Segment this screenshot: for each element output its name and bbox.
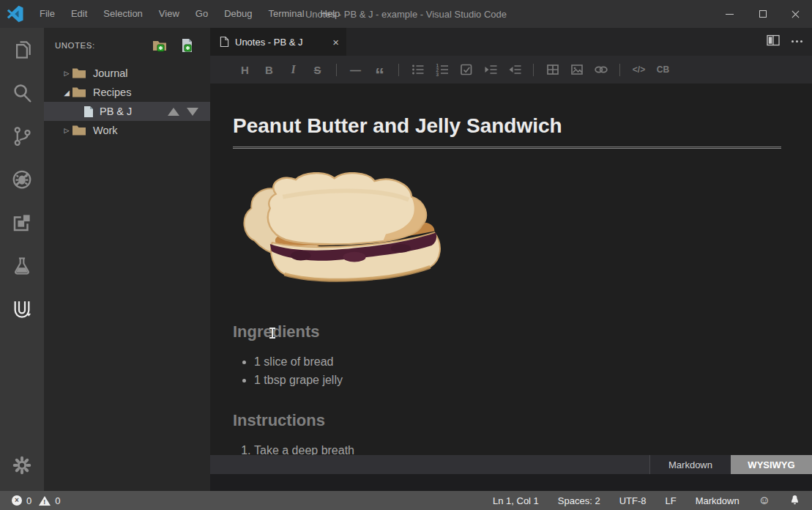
toolbar-italic-button[interactable]: I bbox=[285, 60, 302, 79]
gear-icon bbox=[12, 455, 32, 476]
menu-item-debug[interactable]: Debug bbox=[216, 0, 260, 28]
activity-item-debug[interactable] bbox=[0, 158, 44, 201]
menubar: File Edit Selection View Go Debug Termin… bbox=[31, 0, 348, 28]
tree-item-label: PB & J bbox=[100, 106, 132, 117]
new-note-icon bbox=[179, 37, 195, 53]
tree-item-journal[interactable]: ▷ Journal bbox=[44, 64, 210, 83]
activity-item-search[interactable] bbox=[0, 71, 44, 114]
source-control-icon bbox=[11, 125, 33, 147]
ordered-list-icon: 1 2 3 bbox=[436, 63, 449, 76]
warning-count: 0 bbox=[55, 495, 60, 506]
tree-item-work[interactable]: ▷ Work bbox=[44, 121, 210, 140]
ingredients-list: 1 slice of bread 1 tbsp grape jelly bbox=[233, 353, 781, 389]
toolbar-image-button[interactable] bbox=[568, 60, 586, 79]
menu-item-go[interactable]: Go bbox=[187, 0, 216, 28]
task-list-icon bbox=[460, 63, 473, 76]
chevron-expanded-icon: ◢ bbox=[62, 89, 72, 97]
note-icon bbox=[83, 106, 94, 118]
error-count: 0 bbox=[26, 495, 31, 506]
chevron-collapsed-icon: ▷ bbox=[62, 127, 72, 134]
title-rule bbox=[233, 147, 781, 149]
tab-close-icon[interactable]: × bbox=[332, 37, 339, 48]
toolbar-task-list-button[interactable] bbox=[458, 60, 475, 79]
section-heading-ingredients: Ingredients bbox=[233, 322, 781, 341]
bullet-list-icon bbox=[411, 63, 425, 76]
tree-item-label: Recipes bbox=[93, 86, 131, 98]
activity-item-settings[interactable] bbox=[0, 443, 44, 487]
folder-icon bbox=[72, 86, 86, 98]
toolbar-link-button[interactable] bbox=[592, 60, 610, 79]
menu-item-help[interactable]: Help bbox=[313, 0, 349, 28]
menu-item-view[interactable]: View bbox=[151, 0, 187, 28]
vscode-logo-icon bbox=[7, 4, 26, 23]
toolbar-heading-button[interactable]: H bbox=[236, 60, 254, 79]
new-note-button[interactable] bbox=[179, 37, 195, 53]
activity-item-source-control[interactable] bbox=[0, 114, 44, 158]
eol-setting[interactable]: LF bbox=[666, 495, 677, 506]
move-down-icon[interactable] bbox=[187, 108, 198, 116]
toolbar-horizontal-rule-button[interactable]: — bbox=[347, 60, 365, 79]
sandwich-image[interactable] bbox=[233, 172, 447, 291]
toolbar-table-button[interactable] bbox=[544, 60, 562, 79]
toolbar-indent-button[interactable] bbox=[482, 60, 499, 79]
svg-text:3: 3 bbox=[436, 72, 439, 76]
text-cursor-icon bbox=[272, 328, 273, 339]
wysiwyg-editor-surface[interactable]: Peanut Butter and Jelly Sandwich bbox=[210, 84, 812, 455]
toolbar-strikethrough-button[interactable]: S bbox=[309, 60, 327, 79]
menu-item-edit[interactable]: Edit bbox=[63, 0, 95, 28]
toolbar-separator bbox=[533, 64, 534, 76]
menu-item-terminal[interactable]: Terminal bbox=[260, 0, 312, 28]
toolbar-bold-button[interactable]: B bbox=[261, 60, 278, 79]
move-up-icon[interactable] bbox=[168, 108, 179, 116]
encoding-setting[interactable]: UTF-8 bbox=[619, 495, 647, 506]
toolbar-inline-code-button[interactable]: </> bbox=[630, 60, 648, 79]
explorer-icon bbox=[11, 39, 33, 61]
mode-toggle-bar: Markdown WYSIWYG bbox=[210, 455, 812, 474]
mode-markdown-button[interactable]: Markdown bbox=[649, 455, 731, 474]
table-icon bbox=[546, 63, 559, 76]
activity-item-extensions[interactable] bbox=[0, 201, 44, 244]
new-folder-button[interactable] bbox=[152, 37, 168, 53]
toolbar-blockquote-button[interactable]: “ bbox=[371, 60, 389, 79]
feedback-smiley-icon[interactable]: ☺ bbox=[759, 495, 770, 506]
menu-item-selection[interactable]: Selection bbox=[95, 0, 150, 28]
menu-item-file[interactable]: File bbox=[31, 0, 63, 28]
note-tree: ▷ Journal ◢ Recipes PB & J bbox=[44, 64, 210, 140]
language-mode[interactable]: Markdown bbox=[696, 495, 740, 506]
indentation-setting[interactable]: Spaces: 2 bbox=[558, 495, 600, 506]
toolbar-separator bbox=[336, 64, 337, 76]
tree-item-recipes[interactable]: ◢ Recipes bbox=[44, 83, 210, 102]
more-actions-button[interactable] bbox=[796, 40, 799, 43]
sidebar-title: UNOTES: bbox=[55, 41, 95, 50]
instructions-list: Take a deep breath bbox=[233, 442, 781, 455]
cursor-position[interactable]: Ln 1, Col 1 bbox=[493, 495, 539, 506]
mode-wysiwyg-button[interactable]: WYSIWYG bbox=[731, 455, 812, 474]
warning-icon: ! bbox=[39, 496, 51, 506]
editor-tab[interactable]: Unotes - PB & J × bbox=[210, 28, 346, 56]
tree-item-label: Journal bbox=[93, 67, 128, 79]
link-icon bbox=[594, 63, 608, 76]
split-editor-button[interactable] bbox=[767, 34, 780, 49]
tab-bar: Unotes - PB & J × bbox=[210, 28, 812, 56]
notifications-bell-icon[interactable] bbox=[789, 494, 800, 508]
maximize-icon bbox=[759, 10, 767, 18]
toolbar-ordered-list-button[interactable]: 1 2 3 bbox=[433, 60, 451, 79]
maximize-button[interactable] bbox=[746, 0, 779, 28]
status-bar: × 0 ! 0 Ln 1, Col 1 Spaces: 2 UTF-8 LF M… bbox=[0, 491, 812, 510]
minimize-button[interactable] bbox=[713, 0, 746, 28]
activity-bar bbox=[0, 28, 44, 491]
toolbar-code-block-button[interactable]: CB bbox=[655, 60, 672, 79]
error-icon: × bbox=[12, 495, 22, 506]
section-heading-instructions: Instructions bbox=[233, 411, 781, 430]
activity-item-explorer[interactable] bbox=[0, 28, 44, 71]
close-button[interactable] bbox=[779, 0, 812, 28]
split-editor-icon bbox=[767, 34, 780, 46]
toolbar-bullet-list-button[interactable] bbox=[409, 60, 427, 79]
toolbar-outdent-button[interactable] bbox=[506, 60, 524, 79]
activity-item-test[interactable] bbox=[0, 244, 44, 287]
minimize-icon bbox=[726, 14, 734, 15]
activity-item-unotes[interactable] bbox=[0, 287, 44, 330]
debug-icon bbox=[11, 169, 33, 191]
tree-item-pbj[interactable]: PB & J bbox=[44, 102, 210, 121]
problems-indicator[interactable]: × 0 ! 0 bbox=[0, 495, 60, 506]
